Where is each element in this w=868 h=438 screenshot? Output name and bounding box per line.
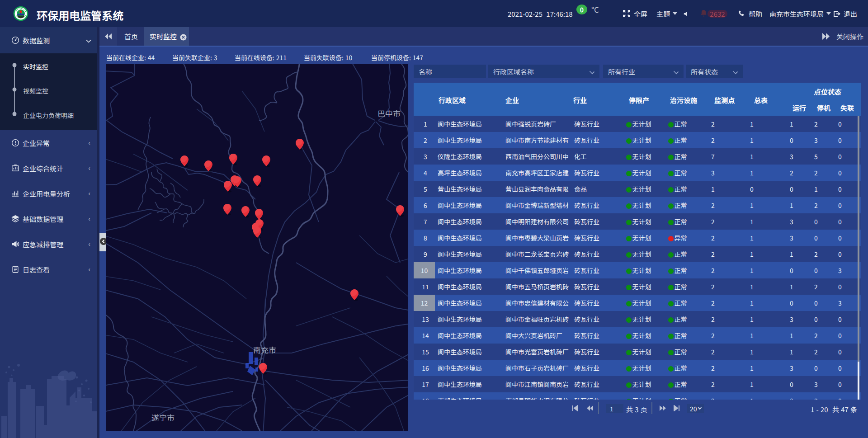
svg-text:南充市: 南充市 xyxy=(253,344,276,355)
svg-text:巴中市: 巴中市 xyxy=(377,108,401,119)
svg-text:遂宁市: 遂宁市 xyxy=(151,412,175,423)
